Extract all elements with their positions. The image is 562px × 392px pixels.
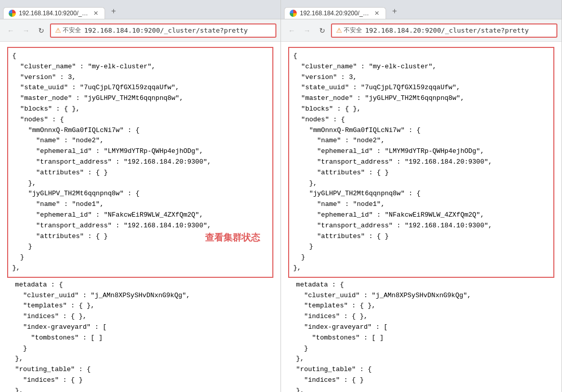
left-url-text: 192.168.184.10:9200/_cluster/state?prett…: [84, 27, 248, 34]
right-rest-line-9: "routing_table" : {: [288, 364, 554, 375]
left-warning-icon: ⚠: [55, 27, 61, 34]
right-rest-line-3: "templates" : { },: [288, 301, 554, 311]
left-json-line-1: {: [12, 51, 268, 62]
left-json-line-12: "attributes" : { }: [12, 168, 268, 178]
left-json-line-13: },: [12, 178, 268, 189]
right-json-line-8: "mmOnnxQ-RmGa0fIQLcNi7w" : {: [293, 125, 549, 136]
left-json-line-17: "transport_address" : "192.168.184.10:93…: [12, 221, 268, 231]
left-rest-line-10: "indices" : { }: [7, 375, 273, 386]
left-back-button[interactable]: ←: [4, 24, 17, 37]
right-rest-line-10: "indices" : { }: [288, 375, 554, 386]
left-rest-line-4: "indices" : { },: [7, 311, 273, 322]
left-security-label: 不安全: [63, 26, 81, 35]
right-json-line-15: "name" : "node1",: [293, 199, 549, 210]
right-json-line-13: },: [293, 178, 549, 189]
left-json-line-20: }: [12, 252, 268, 263]
right-content-area: { "cluster_name" : "my-elk-cluster", "ve…: [281, 42, 561, 392]
left-new-tab-button[interactable]: +: [107, 5, 120, 17]
left-json-line-9: "name" : "node2",: [12, 136, 268, 146]
left-security-warning: ⚠ 不安全: [55, 26, 81, 35]
right-rest-line-6: "tombstones" : [ ]: [288, 333, 554, 344]
right-nav-bar: ← → ↻ ⚠ 不安全 192.168.184.20:9200/_cluster…: [281, 19, 561, 42]
right-json-line-14: "jyGLHPV_TH2Mt6qqnpnq8w" : {: [293, 189, 549, 199]
left-json-rest: metadata : { "cluster_uuid" : "j_AMn8XPS…: [7, 280, 273, 392]
right-tab-bar: 192.168.184.20:9200/_cluster/ ✕ +: [281, 0, 561, 19]
left-rest-line-5: "index-graveyard" : [: [7, 322, 273, 333]
right-json-line-11: "transport_address" : "192.168.184.20:93…: [293, 157, 549, 168]
left-rest-line-2: "cluster_uuid" : "j_AMn8XPSySHvDNxnG9kQg…: [7, 291, 273, 301]
left-address-bar[interactable]: ⚠ 不安全 192.168.184.10:9200/_cluster/state…: [50, 23, 276, 38]
left-tab-close[interactable]: ✕: [92, 10, 99, 17]
left-json-line-21: },: [12, 263, 268, 274]
right-json-line-6: "blocks" : { },: [293, 104, 549, 115]
left-json-line-4: "state_uuid" : "7uqCjpL7QfGXl59zqqaUfw",: [12, 83, 268, 93]
right-json-line-17: "transport_address" : "192.168.184.10:93…: [293, 221, 549, 231]
right-json-line-9: "name" : "node2",: [293, 136, 549, 146]
right-address-bar[interactable]: ⚠ 不安全 192.168.184.20:9200/_cluster/state…: [331, 23, 557, 38]
left-json-line-5: "master_node" : "jyGLHPV_TH2Mt6qqnpnq8w"…: [12, 93, 268, 104]
left-rest-line-9: "routing_table" : {: [7, 364, 273, 375]
left-tab-bar: 192.168.184.10:9200/_cluster/ ✕ +: [0, 0, 280, 19]
left-content-area: { "cluster_name" : "my-elk-cluster", "ve…: [0, 42, 280, 392]
right-security-label: 不安全: [344, 26, 362, 35]
left-browser: 192.168.184.10:9200/_cluster/ ✕ + ← → ↻ …: [0, 0, 281, 392]
left-rest-line-1: metadata : {: [7, 280, 273, 291]
right-rest-line-1: metadata : {: [288, 280, 554, 291]
left-json-line-11: "transport_address" : "192.168.184.20:93…: [12, 157, 268, 168]
left-json-line-7: "nodes" : {: [12, 115, 268, 125]
right-json-line-12: "attributes" : { }: [293, 168, 549, 178]
right-tab-favicon: [290, 10, 297, 17]
right-back-button[interactable]: ←: [285, 24, 298, 37]
right-warning-icon: ⚠: [336, 27, 342, 34]
right-json-line-16: "ephemeral_id" : "NFakcwEiR9WLW_4ZXfQm2Q…: [293, 210, 549, 221]
right-json-line-10: "ephemeral_id" : "LMYM9dYTRp-QWHp4ejhODg…: [293, 146, 549, 157]
right-security-warning: ⚠ 不安全: [336, 26, 362, 35]
right-browser: 192.168.184.20:9200/_cluster/ ✕ + ← → ↻ …: [281, 0, 562, 392]
right-json-highlighted-block: { "cluster_name" : "my-elk-cluster", "ve…: [288, 47, 554, 278]
right-active-tab[interactable]: 192.168.184.20:9200/_cluster/ ✕: [284, 7, 386, 19]
right-json-line-1: {: [293, 51, 549, 62]
right-json-line-19: }: [293, 242, 549, 252]
left-nav-bar: ← → ↻ ⚠ 不安全 192.168.184.10:9200/_cluster…: [0, 19, 280, 42]
left-json-line-14: "jyGLHPV_TH2Mt6qqnpnq8w" : {: [12, 189, 268, 199]
left-tab-title: 192.168.184.10:9200/_cluster/: [19, 10, 89, 17]
right-rest-line-4: "indices" : { },: [288, 311, 554, 322]
left-active-tab[interactable]: 192.168.184.10:9200/_cluster/ ✕: [3, 7, 105, 19]
left-rest-line-6: "tombstones" : [ ]: [7, 333, 273, 344]
right-forward-button[interactable]: →: [300, 24, 314, 37]
left-json-line-10: "ephemeral_id" : "LMYM9dYTRp-QWHp4ejhODg…: [12, 146, 268, 157]
left-annotation-text: 查看集群状态: [205, 230, 260, 245]
left-rest-line-8: },: [7, 354, 273, 364]
left-json-line-6: "blocks" : { },: [12, 104, 268, 115]
left-rest-line-7: }: [7, 344, 273, 354]
left-rest-line-3: "templates" : { },: [7, 301, 273, 311]
right-json-line-2: "cluster_name" : "my-elk-cluster",: [293, 62, 549, 72]
left-reload-button[interactable]: ↻: [35, 24, 48, 37]
right-rest-line-7: }: [288, 344, 554, 354]
right-json-line-3: "version" : 3,: [293, 72, 549, 83]
right-rest-line-8: },: [288, 354, 554, 364]
left-json-line-8: "mmOnnxQ-RmGa0fIQLcNi7w" : {: [12, 125, 268, 136]
right-json-rest: metadata : { "cluster_uuid" : "j_AMn8XPS…: [288, 280, 554, 392]
left-json-line-15: "name" : "node1",: [12, 199, 268, 210]
right-rest-line-11: },: [288, 386, 554, 392]
left-json-line-3: "version" : 3,: [12, 72, 268, 83]
left-json-line-2: "cluster_name" : "my-elk-cluster",: [12, 62, 268, 72]
right-tab-title: 192.168.184.20:9200/_cluster/: [300, 10, 370, 17]
right-tab-close[interactable]: ✕: [373, 10, 380, 17]
right-rest-line-5: "index-graveyard" : [: [288, 322, 554, 333]
right-rest-line-2: "cluster_uuid" : "j_AMn8XPSySHvDNxnG9kQg…: [288, 291, 554, 301]
right-json-line-4: "state_uuid" : "7uqCjpL7QfGXl59zqqaUfw",: [293, 83, 549, 93]
right-json-line-18: "attributes" : { }: [293, 231, 549, 242]
left-json-line-16: "ephemeral_id" : "NFakcwEiR9WLW_4ZXfQm2Q…: [12, 210, 268, 221]
right-json-line-21: },: [293, 263, 549, 274]
right-reload-button[interactable]: ↻: [316, 24, 329, 37]
right-url-text: 192.168.184.20:9200/_cluster/state?prett…: [365, 27, 529, 34]
right-json-line-5: "master_node" : "jyGLHPV_TH2Mt6qqnpnq8w"…: [293, 93, 549, 104]
right-new-tab-button[interactable]: +: [388, 5, 401, 17]
right-json-line-20: }: [293, 252, 549, 263]
left-forward-button[interactable]: →: [19, 24, 33, 37]
left-rest-line-11: },: [7, 386, 273, 392]
left-tab-favicon: [9, 10, 16, 17]
right-json-line-7: "nodes" : {: [293, 115, 549, 125]
